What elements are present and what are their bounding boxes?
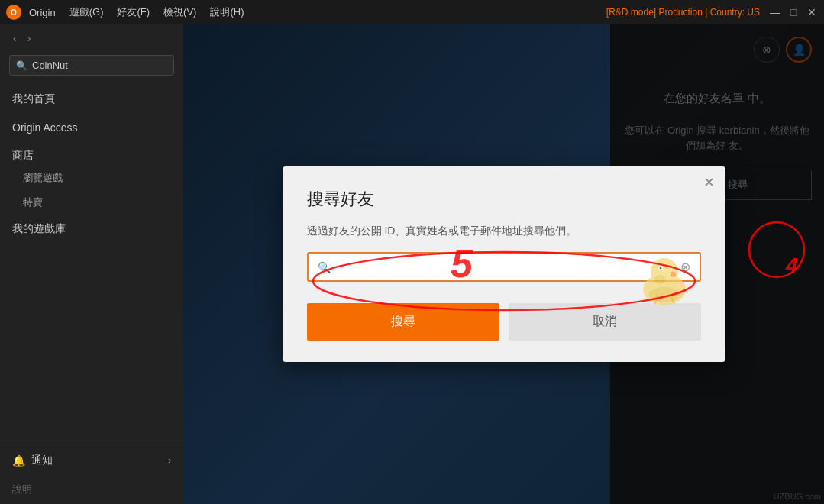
sidebar-nav-arrows: ‹ › <box>0 24 183 52</box>
notification-label: 通知 <box>31 454 53 467</box>
modal-overlay: ✕ 搜尋好友 透過好友的公開 ID、真實姓名或電子郵件地址搜尋他們。 🔍 ⊗ 搜… <box>183 24 824 504</box>
dialog-buttons: 搜尋 取消 <box>307 303 701 341</box>
menu-item-help[interactable]: 說明(H) <box>210 5 244 19</box>
sidebar-divider <box>0 441 183 441</box>
sidebar-search-box[interactable]: 🔍 CoinNut <box>9 55 174 76</box>
dialog-description: 透過好友的公開 ID、真實姓名或電子郵件地址搜尋他們。 <box>307 225 701 238</box>
sidebar-search-text: CoinNut <box>32 60 68 71</box>
sidebar-help[interactable]: 說明 <box>0 475 183 504</box>
maximize-button[interactable]: □ <box>787 6 800 18</box>
dialog-title: 搜尋好友 <box>307 188 701 211</box>
sidebar-item-origin-access[interactable]: Origin Access <box>0 114 183 141</box>
sidebar-item-home[interactable]: 我的首頁 <box>0 85 183 114</box>
close-button[interactable]: ✕ <box>806 6 818 18</box>
menu-item-view[interactable]: 檢視(V) <box>163 5 196 19</box>
minimize-button[interactable]: — <box>769 6 781 18</box>
dialog-search-input[interactable] <box>337 261 680 273</box>
svg-point-3 <box>654 275 666 284</box>
title-bar: O Origin 遊戲(G) 好友(F) 檢視(V) 說明(H) [R&D mo… <box>0 0 824 24</box>
app-logo: O <box>6 5 21 20</box>
forward-arrow[interactable]: › <box>24 31 35 46</box>
dialog-search-icon: 🔍 <box>318 261 331 273</box>
main-content: ⊗ 👤 在您的好友名單 中。 您可以在 Origin 搜尋 kerbianin，… <box>183 24 824 504</box>
sidebar-item-browse-games[interactable]: 瀏覽遊戲 <box>0 166 183 190</box>
menu-item-app[interactable]: Origin <box>29 7 56 18</box>
sidebar: ‹ › 🔍 CoinNut 我的首頁 Origin Access 商店 瀏覽遊戲… <box>0 24 183 504</box>
dialog-close-button[interactable]: ✕ <box>703 176 715 189</box>
back-arrow[interactable]: ‹ <box>9 31 21 46</box>
chevron-right-icon: › <box>168 455 171 466</box>
window-controls: — □ ✕ <box>769 6 818 18</box>
menu-item-game[interactable]: 遊戲(G) <box>69 5 104 19</box>
sidebar-bottom: 🔔 通知 › 說明 <box>0 436 183 504</box>
search-friend-dialog: ✕ 搜尋好友 透過好友的公開 ID、真實姓名或電子郵件地址搜尋他們。 🔍 ⊗ 搜… <box>283 166 725 362</box>
sidebar-notification[interactable]: 🔔 通知 › <box>0 446 183 475</box>
menu-item-friend[interactable]: 好友(F) <box>117 5 150 19</box>
dialog-cancel-button[interactable]: 取消 <box>509 303 701 341</box>
sidebar-item-sale[interactable]: 特賣 <box>0 190 183 215</box>
sidebar-section-store[interactable]: 商店 <box>0 141 183 166</box>
env-info: [R&D mode] Production | Country: US <box>606 7 760 18</box>
search-icon: 🔍 <box>16 60 27 71</box>
notification-left: 🔔 通知 <box>12 454 53 467</box>
svg-point-5 <box>659 267 661 270</box>
app-body: ‹ › 🔍 CoinNut 我的首頁 Origin Access 商店 瀏覽遊戲… <box>0 24 824 504</box>
sidebar-item-library[interactable]: 我的遊戲庫 <box>0 215 183 244</box>
duck-mascot <box>634 247 695 309</box>
svg-point-2 <box>649 287 680 302</box>
dialog-search-button[interactable]: 搜尋 <box>307 303 499 341</box>
menu-bar: Origin 遊戲(G) 好友(F) 檢視(V) 說明(H) <box>29 5 244 19</box>
bell-icon: 🔔 <box>12 454 25 467</box>
